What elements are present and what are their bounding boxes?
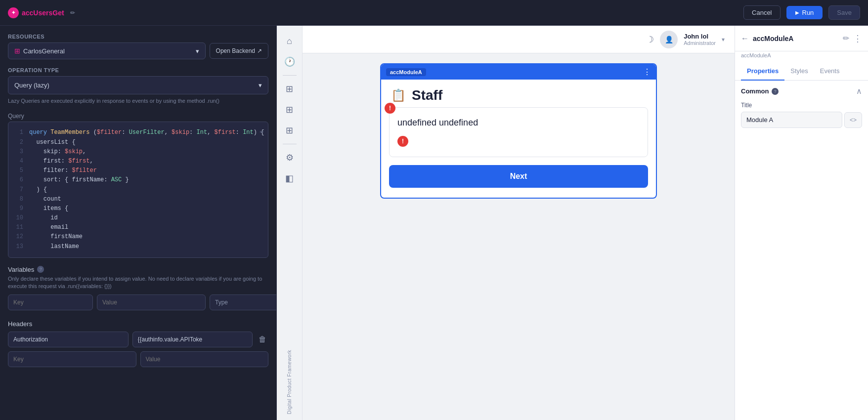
settings-icon[interactable]: ⚙ [280,148,299,167]
save-button[interactable]: Save [828,5,860,20]
back-arrow-icon[interactable]: ← [741,34,749,43]
error-icon-top: ! [385,103,395,114]
open-backend-button[interactable]: Open Backend ↗ [210,43,268,59]
header-key-input[interactable] [8,332,129,347]
common-section: Common ? ∧ [741,86,862,96]
resource-icon: ⊞ [14,47,20,55]
header-value-input-2[interactable] [140,351,269,367]
resources-label: Resources [8,34,268,40]
resource-select[interactable]: ⊞ CarlosGeneral ▾ [8,42,206,59]
external-link-icon: ↗ [257,47,262,54]
module-icon[interactable]: ◧ [280,169,299,188]
operation-type-section: Operation Type Query (lazy) ▾ Lazy Queri… [8,67,268,105]
tab-styles[interactable]: Styles [784,62,814,81]
resources-section: Resources ⊞ CarlosGeneral ▾ Open Backend… [8,34,268,59]
history-icon[interactable]: 🕐 [280,52,299,71]
var-type-select[interactable]: Type ▾ [210,294,277,310]
edit-code-icon[interactable]: ✏ [260,126,264,137]
chevron-down-icon: ▾ [259,82,262,89]
page-title: Staff [412,87,442,103]
variables-title: Variables ? [8,266,268,273]
header-value-input[interactable] [132,332,253,347]
module-menu-icon[interactable]: ⋮ [643,67,651,77]
title-input[interactable] [741,112,842,128]
right-panel-topbar: ← accModuleA ✏ ⋮ [735,26,868,51]
next-button[interactable]: Next [389,165,648,188]
cancel-button[interactable]: Cancel [743,5,780,20]
variables-row: Type ▾ [8,294,268,310]
var-key-input[interactable] [8,294,93,310]
operation-type-value: Query (lazy) [14,82,49,89]
chevron-down-icon: ▾ [196,47,199,55]
tab-events[interactable]: Events [814,62,846,81]
error-card: ! undefined undefined ! [389,107,648,157]
var-value-input[interactable] [97,294,206,310]
code-editor[interactable]: ✏ 1query TeamMembers ($filter: UserFilte… [8,122,268,257]
right-tabs: Properties Styles Events [735,62,868,81]
right-panel-subtitle: accModuleA [735,51,868,62]
right-panel: ← accModuleA ✏ ⋮ accModuleA Properties S… [735,26,868,420]
code-toggle-button[interactable]: <> [844,112,862,128]
app-name: accUsersGet [22,9,64,17]
user-role: Administrator [684,40,716,46]
common-help-icon[interactable]: ? [772,88,779,95]
preview-sidebar: ⌂ 🕐 ⊞ ⊞ ⊞ ⚙ ◧ Digital Product Framework [277,26,303,420]
preview-topbar: ☽ 👤 John lol Administrator ▾ [303,26,735,53]
title-property: Title <> [741,102,862,128]
page-card: accModuleA ⋮ 📋 Staff ! undefined u [380,63,657,199]
preview-content: accModuleA ⋮ 📋 Staff ! undefined u [303,53,735,420]
page-card-header: accModuleA ⋮ [381,64,656,80]
tab-properties[interactable]: Properties [741,62,784,81]
right-panel-body: Common ? ∧ Title <> [735,81,868,420]
user-menu-chevron[interactable]: ▾ [722,36,725,43]
header-row-1: 🗑 [8,332,268,347]
module-badge: accModuleA [386,68,426,76]
header-key-input-2[interactable] [8,351,136,367]
avatar: 👤 [660,31,678,48]
main-layout: Resources ⊞ CarlosGeneral ▾ Open Backend… [0,26,868,420]
middle-panel: ⌂ 🕐 ⊞ ⊞ ⊞ ⚙ ◧ Digital Product Framework … [277,26,735,420]
variables-hint: Only declare these variables if you inte… [8,275,268,291]
operation-type-label: Operation Type [8,67,268,73]
error-icon-inner: ! [397,136,408,147]
variables-section: Variables ? Only declare these variables… [8,266,268,310]
run-button[interactable]: Run [786,6,823,19]
header-row-2 [8,351,268,367]
right-edit-icon[interactable]: ✏ [843,34,849,43]
collapse-icon[interactable]: ∧ [856,86,862,96]
title-input-row: <> [741,112,862,128]
left-panel: Resources ⊞ CarlosGeneral ▾ Open Backend… [0,26,277,420]
lazy-hint: Lazy Queries are executed explicitly in … [8,97,268,105]
common-label: Common ? [741,87,779,95]
query-label: Query [8,113,268,120]
delete-header-icon[interactable]: 🗑 [257,333,268,346]
operation-type-select[interactable]: Query (lazy) ▾ [8,76,268,94]
right-menu-icon[interactable]: ⋮ [853,33,862,44]
headers-section: Headers 🗑 [8,320,268,371]
variables-help-icon[interactable]: ? [37,266,44,273]
edit-title-icon[interactable]: ✏ [70,9,75,16]
home-icon[interactable]: ⌂ [280,32,299,50]
user-info: John lol Administrator [684,33,716,46]
right-panel-title: accModuleA [753,35,839,42]
page-icon: 📋 [391,88,406,102]
grid-icon-3[interactable]: ⊞ [280,121,299,140]
vertical-text: Digital Product Framework [287,346,292,414]
resource-name: CarlosGeneral [23,47,65,55]
query-section: Query ✏ 1query TeamMembers ($filter: Use… [8,113,268,257]
grid-icon-2[interactable]: ⊞ [280,100,299,119]
error-text: undefined undefined [397,118,640,128]
topbar: ✦ accUsersGet ✏ Cancel Run Save [0,0,868,26]
theme-toggle-icon[interactable]: ☽ [646,34,654,45]
user-name: John lol [684,33,716,40]
app-logo: ✦ accUsersGet [8,7,64,18]
title-label: Title [741,102,862,109]
resource-row: ⊞ CarlosGeneral ▾ Open Backend ↗ [8,42,268,59]
preview-main: ☽ 👤 John lol Administrator ▾ accModuleA [303,26,735,420]
grid-icon-1[interactable]: ⊞ [280,80,299,98]
headers-title: Headers [8,320,268,328]
page-title-row: 📋 Staff [381,80,656,107]
logo-icon: ✦ [8,7,19,18]
